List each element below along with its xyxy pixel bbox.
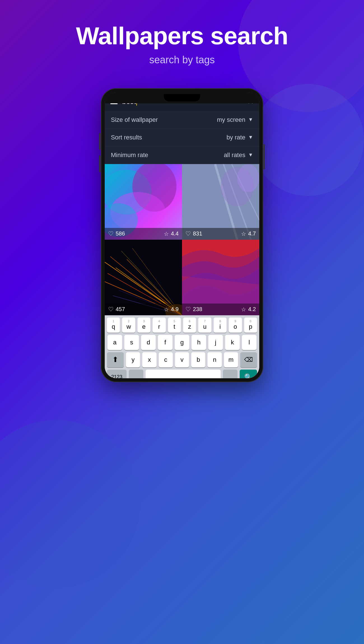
- sort-filter-row[interactable]: Sort results by rate ▼: [105, 129, 259, 146]
- wallpaper-3-rating[interactable]: ☆ 4.9: [164, 306, 179, 313]
- delete-icon: ⌫: [244, 356, 253, 363]
- side-button-volume-down: [99, 155, 101, 172]
- size-filter-value[interactable]: my screen ▼: [217, 116, 253, 123]
- wallpaper-item-1[interactable]: ♡ 586 ☆ 4.4: [105, 164, 182, 240]
- key-n-letter: n: [213, 356, 216, 363]
- key-q-num: 1: [113, 320, 114, 323]
- wallpaper-grid: ♡ 586 ☆ 4.4: [105, 164, 259, 315]
- side-button-volume-up: [99, 133, 101, 150]
- key-v[interactable]: v: [175, 352, 189, 367]
- key-t-num: 5: [174, 320, 175, 323]
- rate-value-3: 4.9: [171, 306, 179, 312]
- key-w[interactable]: 2 w: [122, 318, 135, 333]
- key-h-letter: h: [197, 339, 200, 346]
- period-key[interactable]: .: [223, 370, 237, 378]
- like-count-3: 457: [116, 306, 125, 312]
- wallpaper-3-likes[interactable]: ♡ 457: [108, 306, 125, 313]
- page-title: Wallpapers search: [0, 22, 364, 50]
- key-o-num: 9: [235, 320, 236, 323]
- key-c-letter: c: [164, 356, 167, 363]
- wallpaper-1-rating[interactable]: ☆ 4.4: [164, 230, 179, 237]
- key-g[interactable]: g: [175, 335, 189, 350]
- wallpaper-item-2[interactable]: ♡ 831 ☆ 4.7: [182, 164, 259, 240]
- key-e-num: 3: [143, 320, 145, 323]
- menu-line-3: [110, 103, 118, 104]
- heart-icon-2: ♡: [185, 230, 191, 237]
- key-n[interactable]: n: [207, 352, 221, 367]
- min-rate-filter-selected: all rates: [224, 151, 245, 159]
- shift-key[interactable]: ⬆: [107, 352, 124, 367]
- key-s[interactable]: s: [124, 335, 139, 350]
- phone-mockup: best ✕ Size of wallpaper my screen ▼ Sor…: [101, 88, 263, 382]
- key-o-letter: o: [234, 323, 237, 330]
- wallpaper-2-rating[interactable]: ☆ 4.7: [241, 230, 256, 237]
- rate-value-1: 4.4: [171, 230, 179, 237]
- key-p[interactable]: 0 p: [244, 318, 257, 333]
- sort-filter-value[interactable]: by rate ▼: [227, 134, 253, 141]
- key-u[interactable]: 7 u: [198, 318, 211, 333]
- key-r[interactable]: 4 r: [153, 318, 165, 333]
- search-key[interactable]: 🔍: [240, 370, 257, 378]
- like-count-2: 831: [193, 230, 202, 237]
- wallpaper-4-likes[interactable]: ♡ 238: [185, 306, 202, 313]
- key-b[interactable]: b: [191, 352, 205, 367]
- key-i-num: 8: [219, 320, 221, 323]
- size-filter-row[interactable]: Size of wallpaper my screen ▼: [105, 111, 259, 129]
- key-m[interactable]: m: [224, 352, 238, 367]
- key-f-letter: f: [164, 339, 166, 346]
- key-z-num: 6: [189, 320, 190, 323]
- wallpaper-1-overlay: ♡ 586 ☆ 4.4: [105, 228, 182, 240]
- key-c[interactable]: c: [159, 352, 173, 367]
- rate-value-4: 4.2: [248, 306, 256, 312]
- wallpaper-4-overlay: ♡ 238 ☆ 4.2: [182, 304, 259, 315]
- key-e-letter: e: [142, 323, 146, 330]
- wallpaper-4-rating[interactable]: ☆ 4.2: [241, 306, 256, 313]
- size-filter-label: Size of wallpaper: [111, 116, 158, 123]
- key-l[interactable]: l: [242, 335, 256, 350]
- key-s-letter: s: [130, 339, 133, 346]
- key-d[interactable]: d: [141, 335, 156, 350]
- heart-icon-1: ♡: [108, 230, 114, 237]
- key-y[interactable]: y: [126, 352, 140, 367]
- keyboard-row-3: ⬆ y x c v b n m ⌫: [105, 351, 259, 368]
- key-j[interactable]: j: [208, 335, 223, 350]
- wallpaper-2-likes[interactable]: ♡ 831: [185, 230, 202, 237]
- key-u-letter: u: [203, 323, 206, 330]
- shift-icon: ⬆: [112, 355, 118, 364]
- key-j-letter: j: [215, 339, 216, 346]
- key-q[interactable]: 1 q: [107, 318, 120, 333]
- key-z[interactable]: 6 z: [183, 318, 196, 333]
- min-rate-filter-value[interactable]: all rates ▼: [224, 151, 253, 159]
- key-v-letter: v: [181, 356, 184, 363]
- like-count-1: 586: [116, 230, 125, 237]
- delete-key[interactable]: ⌫: [240, 352, 257, 367]
- wallpaper-2-overlay: ♡ 831 ☆ 4.7: [182, 228, 259, 240]
- key-a-letter: a: [113, 339, 116, 346]
- wallpaper-item-3[interactable]: ♡ 457 ☆ 4.9: [105, 240, 182, 315]
- wallpaper-item-4[interactable]: ♡ 238 ☆ 4.2: [182, 240, 259, 315]
- bg-decoration-2: [0, 420, 140, 588]
- key-x[interactable]: x: [142, 352, 156, 367]
- star-icon-1: ☆: [164, 230, 169, 237]
- key-o[interactable]: 9 o: [229, 318, 242, 333]
- num-switch-label: ?123: [111, 374, 122, 378]
- sort-filter-arrow: ▼: [248, 134, 253, 140]
- key-t[interactable]: 5 t: [168, 318, 181, 333]
- comma-key[interactable]: ,: [129, 370, 143, 378]
- sort-filter-selected: by rate: [227, 134, 245, 141]
- key-i[interactable]: 8 i: [214, 318, 227, 333]
- space-key[interactable]: [146, 370, 221, 378]
- wallpaper-1-likes[interactable]: ♡ 586: [108, 230, 125, 237]
- key-e[interactable]: 3 e: [137, 318, 150, 333]
- min-rate-filter-row[interactable]: Minimum rate all rates ▼: [105, 146, 259, 164]
- key-h[interactable]: h: [192, 335, 206, 350]
- star-icon-2: ☆: [241, 230, 246, 237]
- num-switch-key[interactable]: ?123: [107, 370, 127, 378]
- key-f[interactable]: f: [158, 335, 172, 350]
- key-w-letter: w: [127, 323, 131, 330]
- filter-section: Size of wallpaper my screen ▼ Sort resul…: [105, 111, 259, 164]
- key-k[interactable]: k: [225, 335, 240, 350]
- key-k-letter: k: [231, 339, 234, 346]
- key-a[interactable]: a: [108, 335, 122, 350]
- key-u-num: 7: [204, 320, 206, 323]
